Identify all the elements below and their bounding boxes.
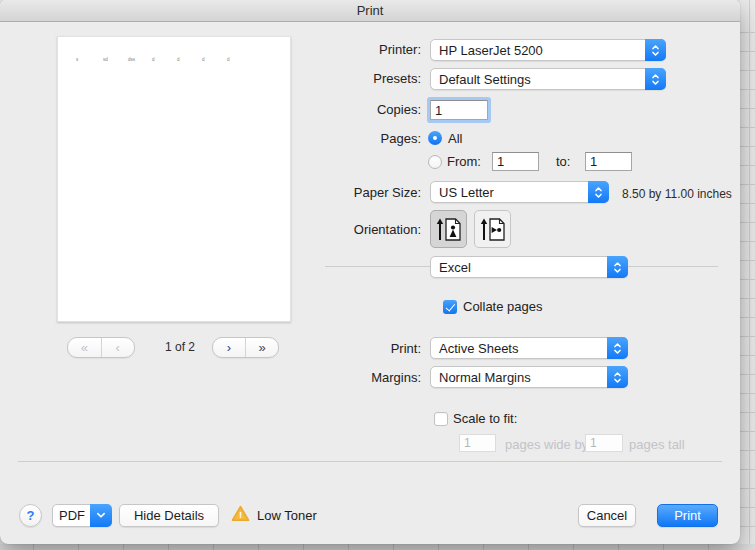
print-what-select[interactable]: Active Sheets	[430, 337, 628, 359]
scale-to-fit-checkbox[interactable]	[434, 412, 448, 426]
printer-label: Printer:	[300, 42, 421, 58]
next-page-icon: ›	[227, 341, 231, 354]
paper-size-select-value: US Letter	[439, 185, 494, 200]
paper-size-label: Paper Size:	[300, 185, 421, 201]
window-titlebar[interactable]: Print	[0, 0, 740, 22]
hide-details-label: Hide Details	[134, 508, 204, 523]
preview-cell: d	[177, 57, 180, 62]
print-dialog: Print s sd dss d d d d « ‹ 1 of 2	[0, 0, 740, 544]
printer-status-text: Low Toner	[257, 508, 317, 523]
app-options-select-value: Excel	[439, 260, 471, 275]
presets-label: Presets:	[300, 71, 421, 87]
scale-to-fit-label: Scale to fit:	[453, 411, 517, 427]
margins-select-value: Normal Margins	[439, 370, 531, 385]
preview-cell: sd	[103, 57, 108, 62]
chevron-up-down-icon	[607, 366, 628, 388]
preview-cell: d	[202, 57, 205, 62]
low-toner-warning-icon: !	[231, 505, 250, 522]
collate-pages-checkbox[interactable]	[443, 300, 457, 314]
pages-to-input[interactable]	[585, 152, 632, 171]
copies-label: Copies:	[300, 102, 421, 118]
last-page-icon: »	[258, 341, 265, 354]
orientation-portrait-button[interactable]	[430, 210, 467, 248]
pages-wide-input[interactable]	[459, 434, 496, 452]
presets-select[interactable]: Default Settings	[430, 68, 666, 90]
help-button[interactable]: ?	[19, 504, 42, 527]
cancel-button[interactable]: Cancel	[578, 504, 636, 527]
chevron-down-icon	[90, 504, 112, 527]
app-options-select[interactable]: Excel	[430, 256, 628, 278]
pages-tall-label: pages tall	[629, 437, 685, 453]
chevron-up-down-icon	[607, 256, 628, 278]
screen: Print s sd dss d d d d « ‹ 1 of 2	[0, 0, 755, 550]
pdf-menu-button[interactable]: PDF	[52, 504, 112, 527]
first-page-button[interactable]: «	[68, 338, 102, 357]
margins-label: Margins:	[300, 370, 421, 386]
orientation-label: Orientation:	[300, 222, 421, 238]
cancel-button-label: Cancel	[587, 508, 627, 523]
previous-page-button[interactable]: ‹	[102, 338, 135, 357]
next-page-button[interactable]: ›	[213, 338, 246, 357]
last-page-button[interactable]: »	[246, 338, 278, 357]
print-what-select-value: Active Sheets	[439, 341, 519, 356]
chevron-up-down-icon	[645, 68, 666, 90]
window-title: Print	[357, 3, 384, 18]
preview-content: s sd dss d d d d	[76, 57, 246, 64]
page-nav-back-group: « ‹	[67, 337, 135, 358]
footer-divider	[18, 461, 722, 462]
printer-select-value: HP LaserJet 5200	[439, 43, 543, 58]
copies-input[interactable]	[430, 100, 488, 120]
pages-tall-input[interactable]	[585, 434, 623, 452]
exclamation-glyph: !	[239, 509, 242, 520]
page-nav-forward-group: › »	[212, 337, 279, 358]
pages-all-radio[interactable]	[428, 131, 442, 145]
previous-page-icon: ‹	[116, 341, 120, 354]
pages-wide-label: pages wide by	[505, 437, 588, 453]
print-preview-page: s sd dss d d d d	[57, 36, 291, 322]
hide-details-button[interactable]: Hide Details	[119, 504, 219, 527]
question-mark-icon: ?	[27, 508, 35, 523]
paper-dimensions-label: 8.50 by 11.00 inches	[622, 186, 732, 202]
pages-range-radio[interactable]	[428, 155, 442, 169]
print-button[interactable]: Print	[657, 504, 718, 527]
paper-size-select[interactable]: US Letter	[430, 181, 609, 203]
pages-label: Pages:	[300, 131, 421, 147]
chevron-up-down-icon	[588, 181, 609, 203]
margins-select[interactable]: Normal Margins	[430, 366, 628, 388]
chevron-up-down-icon	[645, 39, 666, 61]
background-spreadsheet-right	[740, 0, 755, 550]
first-page-icon: «	[81, 341, 88, 354]
portrait-orientation-icon	[435, 215, 463, 243]
print-setting-label: Print:	[300, 341, 421, 357]
page-count-label: 1 of 2	[143, 340, 217, 354]
collate-pages-label: Collate pages	[463, 299, 543, 315]
preview-cell: dss	[128, 57, 135, 62]
pages-to-label: to:	[556, 154, 570, 170]
print-button-label: Print	[674, 508, 701, 523]
preview-cell: d	[152, 57, 155, 62]
printer-select[interactable]: HP LaserJet 5200	[430, 39, 666, 61]
landscape-orientation-icon	[479, 215, 507, 243]
chevron-up-down-icon	[607, 337, 628, 359]
orientation-landscape-button[interactable]	[474, 210, 511, 248]
background-spreadsheet-bottom	[0, 544, 755, 550]
preview-cell: s	[76, 57, 78, 62]
pages-all-label: All	[448, 131, 462, 147]
preview-cell: d	[227, 57, 230, 62]
pages-from-label: From:	[447, 154, 481, 170]
presets-select-value: Default Settings	[439, 72, 531, 87]
pages-from-input[interactable]	[492, 152, 539, 171]
